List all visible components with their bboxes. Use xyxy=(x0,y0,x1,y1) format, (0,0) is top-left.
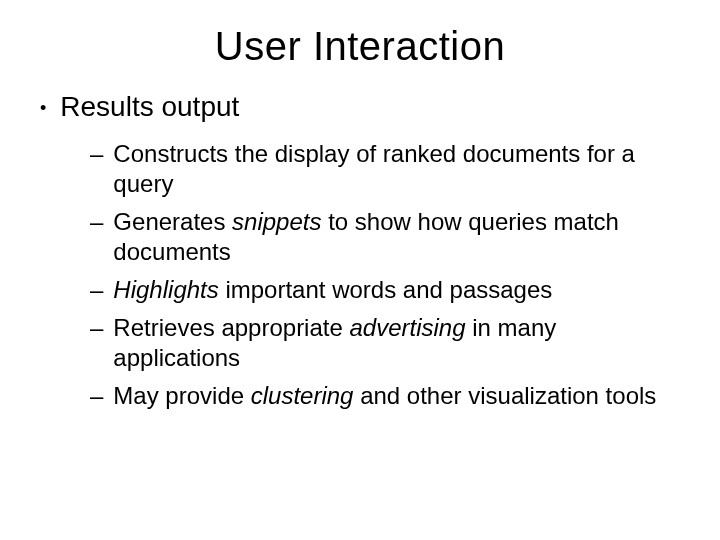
list-item: – Highlights important words and passage… xyxy=(90,275,684,305)
list-item: – Retrieves appropriate advertising in m… xyxy=(90,313,684,373)
slide-title: User Interaction xyxy=(36,24,684,69)
bullet-marker-l2: – xyxy=(90,139,103,169)
list-item: – Generates snippets to show how queries… xyxy=(90,207,684,267)
bullet-text-l2: Constructs the display of ranked documen… xyxy=(113,139,673,199)
bullet-marker-l2: – xyxy=(90,381,103,411)
bullet-text-l2: Highlights important words and passages xyxy=(113,275,552,305)
list-item: – May provide clustering and other visua… xyxy=(90,381,684,411)
bullet-marker-l2: – xyxy=(90,275,103,305)
list-item: – Constructs the display of ranked docum… xyxy=(90,139,684,199)
bullet-text-l2: May provide clustering and other visuali… xyxy=(113,381,656,411)
bullet-marker-l1: • xyxy=(40,91,46,125)
bullet-text-l1: Results output xyxy=(60,91,239,123)
list-item: • Results output xyxy=(40,91,684,125)
bullet-text-l2: Generates snippets to show how queries m… xyxy=(113,207,673,267)
bullet-marker-l2: – xyxy=(90,313,103,343)
bullet-text-l2: Retrieves appropriate advertising in man… xyxy=(113,313,673,373)
bullet-marker-l2: – xyxy=(90,207,103,237)
